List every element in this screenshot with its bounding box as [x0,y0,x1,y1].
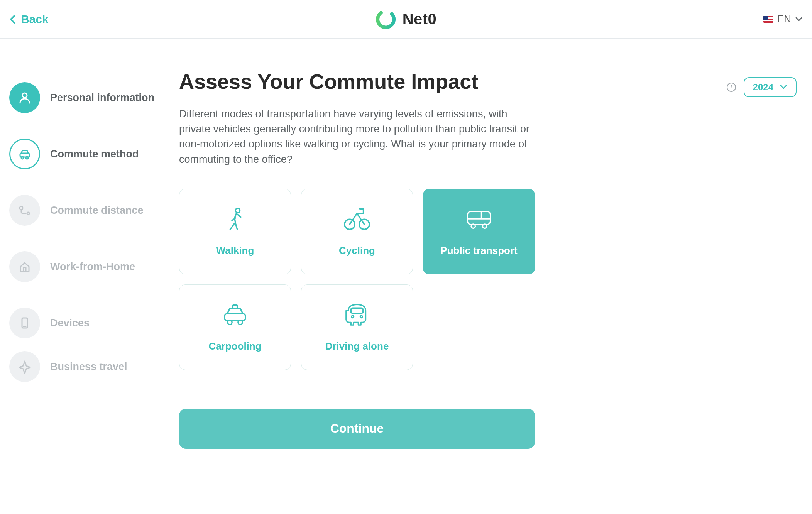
step-label: Business travel [50,361,127,373]
option-bike[interactable]: Cycling [301,189,413,274]
page-body: Personal informationCommute methodCommut… [0,39,812,449]
chevron-left-icon [9,14,17,25]
step-circle [9,251,40,282]
step-home[interactable]: Work-from-Home [9,238,179,295]
step-car[interactable]: Commute method [9,126,179,182]
option-walk[interactable]: Walking [179,189,291,274]
option-taxi[interactable]: Carpooling [179,284,291,370]
app-header: Back Net0 EN [0,0,812,39]
user-icon [18,91,32,105]
car-front-icon [343,302,371,326]
step-circle [9,195,40,226]
option-label: Carpooling [208,340,261,352]
back-label: Back [21,13,49,26]
step-phone[interactable]: Devices [9,295,179,351]
step-circle [9,82,40,113]
us-flag-icon [763,16,773,23]
brand-logo: Net0 [376,9,437,30]
main-content: Assess Your Commute Impact Different mod… [179,69,565,449]
phone-icon [18,316,32,330]
walk-icon [221,206,249,231]
option-bus[interactable]: Public transport [423,189,535,274]
option-label: Walking [216,245,254,257]
svg-point-0 [376,9,396,30]
step-label: Devices [50,317,90,329]
plane-icon [18,360,32,374]
step-circle [9,139,40,169]
bike-icon [343,206,371,231]
chevron-down-icon [795,17,803,22]
step-user[interactable]: Personal information [9,69,179,126]
car-icon [18,147,32,161]
language-code: EN [777,13,791,25]
step-label: Personal information [50,92,154,104]
content-controls: i 2024 [727,77,797,97]
net0-logo-icon [376,9,396,30]
back-button[interactable]: Back [9,13,49,26]
progress-stepper: Personal informationCommute methodCommut… [9,69,179,449]
year-selector[interactable]: 2024 [744,77,797,97]
bus-icon [465,206,493,231]
continue-button[interactable]: Continue [179,409,535,449]
language-selector[interactable]: EN [763,13,803,25]
option-label: Public transport [440,245,517,257]
info-icon[interactable]: i [727,83,736,92]
commute-options: WalkingCyclingPublic transportCarpooling… [179,189,565,370]
step-circle [9,351,40,382]
step-label: Commute distance [50,205,144,216]
year-value: 2024 [753,82,773,93]
route-icon [18,203,32,217]
step-plane[interactable]: Business travel [9,351,179,382]
option-label: Cycling [339,245,375,257]
home-icon [18,260,32,274]
step-route[interactable]: Commute distance [9,182,179,238]
step-label: Commute method [50,148,139,160]
option-car-front[interactable]: Driving alone [301,284,413,370]
chevron-down-icon [780,85,787,90]
step-circle [9,308,40,338]
page-description: Different modes of transportation have v… [179,107,534,167]
taxi-icon [221,302,249,326]
page-title: Assess Your Commute Impact [179,69,565,93]
option-label: Driving alone [325,340,389,352]
brand-name: Net0 [403,10,437,28]
step-label: Work-from-Home [50,261,135,273]
